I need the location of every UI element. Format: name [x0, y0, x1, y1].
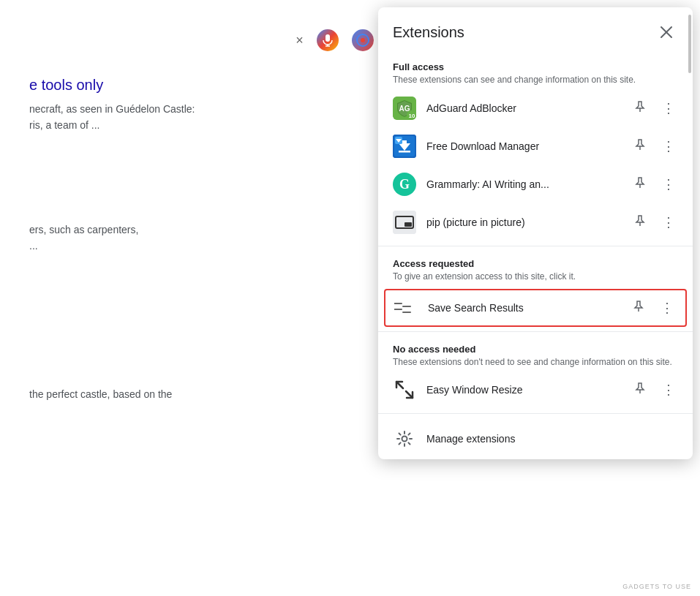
adguard-pin-button[interactable]: [631, 97, 649, 119]
google-lens-icon[interactable]: [352, 29, 374, 51]
access-requested-desc: To give an extension access to this site…: [393, 271, 678, 283]
grammarly-pin-button[interactable]: [631, 173, 649, 195]
divider-2: [378, 331, 693, 332]
pip-more-button[interactable]: ⋮: [659, 213, 678, 232]
extension-adguard: AG 10 AdGuard AdBlocker ⋮: [378, 89, 693, 127]
pip-name: pip (picture in picture): [426, 216, 621, 228]
svg-rect-26: [404, 222, 412, 227]
extension-fdm: Free Download Manager ⋮: [378, 127, 693, 165]
fdm-more-button[interactable]: ⋮: [659, 137, 678, 156]
ssr-more-button[interactable]: ⋮: [658, 298, 677, 317]
ssr-name: Save Search Results: [428, 302, 620, 314]
full-access-desc: These extensions can see and change info…: [393, 74, 678, 86]
extensions-panel: Extensions Full access These extensions …: [378, 7, 693, 459]
full-access-list: AG 10 AdGuard AdBlocker ⋮: [378, 89, 693, 241]
extension-grammarly: G Grammarly: AI Writing an... ⋮: [378, 165, 693, 203]
panel-title: Extensions: [393, 24, 464, 41]
grammarly-icon: G: [393, 173, 416, 196]
svg-point-36: [402, 437, 407, 442]
svg-text:G: G: [399, 177, 410, 192]
ssr-icon: [394, 296, 418, 320]
full-access-title: Full access: [393, 61, 678, 72]
ewr-pin-button[interactable]: [631, 379, 649, 401]
scrollbar[interactable]: [687, 7, 693, 459]
pip-icon: [393, 211, 416, 234]
extension-ewr: Easy Window Resize ⋮: [378, 371, 693, 409]
svg-point-4: [361, 38, 365, 42]
no-access-desc: These extensions don't need to see and c…: [393, 356, 678, 369]
no-access-list: Easy Window Resize ⋮: [378, 371, 693, 409]
grammarly-name: Grammarly: AI Writing an...: [426, 178, 621, 190]
fdm-name: Free Download Manager: [426, 140, 621, 152]
divider-1: [378, 246, 693, 246]
ewr-icon: [393, 378, 416, 401]
gear-icon: [393, 427, 416, 450]
pip-pin-button[interactable]: [631, 211, 649, 233]
access-requested-header: Access requested To give an extension ac…: [378, 251, 693, 286]
close-panel-button[interactable]: [655, 20, 678, 44]
svg-text:10: 10: [409, 113, 415, 119]
search-clear-icon[interactable]: ×: [296, 33, 304, 48]
full-access-header: Full access These extensions can see and…: [378, 54, 693, 89]
no-access-title: No access needed: [393, 344, 678, 355]
access-requested-title: Access requested: [393, 258, 678, 269]
adguard-icon: AG 10: [393, 97, 416, 120]
adguard-name: AdGuard AdBlocker: [426, 102, 621, 114]
access-requested-list: Save Search Results ⋮: [378, 289, 693, 327]
svg-line-34: [406, 391, 413, 398]
svg-line-33: [396, 382, 403, 388]
extension-pip: pip (picture in picture) ⋮: [378, 203, 693, 241]
ssr-pin-button[interactable]: [630, 297, 647, 319]
panel-header: Extensions: [378, 7, 693, 54]
ewr-more-button[interactable]: ⋮: [659, 380, 678, 399]
no-access-header: No access needed These extensions don't …: [378, 336, 693, 371]
manage-extensions-label: Manage extensions: [426, 433, 515, 445]
grammarly-more-button[interactable]: ⋮: [659, 175, 678, 194]
fdm-pin-button[interactable]: [631, 135, 649, 157]
scroll-thumb: [688, 15, 691, 73]
fdm-icon: [393, 135, 416, 158]
microphone-icon[interactable]: [317, 29, 339, 51]
svg-rect-0: [325, 34, 330, 42]
adguard-more-button[interactable]: ⋮: [659, 99, 678, 118]
divider-3: [378, 413, 693, 414]
extension-ssr[interactable]: Save Search Results ⋮: [384, 289, 687, 327]
ewr-name: Easy Window Resize: [426, 384, 621, 396]
svg-rect-17: [399, 151, 410, 153]
manage-extensions-item[interactable]: Manage extensions: [378, 418, 693, 459]
watermark: GADGETS TO USE: [622, 583, 691, 590]
